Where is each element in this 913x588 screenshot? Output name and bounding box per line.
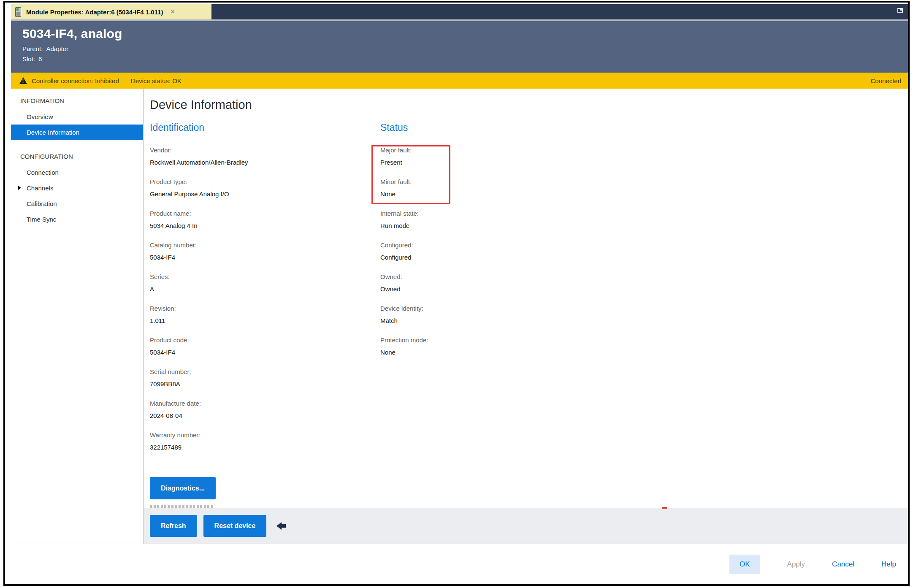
sidebar-nav: INFORMATION Overview Device Information … [11,89,143,544]
tab-title: Module Properties: Adapter:6 (5034-IF4 1… [26,8,163,16]
field-product-name: Product name: 5034 Analog 4 In [150,209,380,230]
identification-heading: Identification [150,122,380,133]
content-title: Device Information [150,98,908,112]
field-value: Present [380,158,908,167]
sidebar-item-device-information[interactable]: Device Information [11,125,143,140]
field-major-fault: Major fault: Present [380,146,908,167]
status-warning-bar: Controller connection: Inhibited Device … [11,73,908,89]
reset-device-button[interactable]: Reset device [203,515,267,537]
field-serial-number: Serial number: 7099BB8A [150,368,380,388]
field-value: Run mode [380,222,908,230]
field-value: 5034 Analog 4 In [150,222,380,230]
body: INFORMATION Overview Device Information … [11,89,908,544]
field-label: Product name: [150,209,380,218]
field-manufacture-date: Manufacture date: 2024-08-04 [150,399,380,420]
field-device-identity: Device identity: Match [380,304,908,325]
field-value: None [380,190,908,198]
slot-value: 6 [38,55,42,62]
field-label: Warranty number: [150,431,380,439]
tab-module-properties[interactable]: Module Properties: Adapter:6 (5034-IF4 1… [11,4,211,19]
arrow-head [276,522,282,530]
field-warranty-number: Warranty number: 322157489 [150,431,380,452]
field-label: Owned: [380,273,908,281]
module-header: 5034-IF4, analog Parent:Adapter Slot:6 [11,21,908,73]
sidebar-item-overview[interactable]: Overview [11,109,143,125]
apply-button[interactable]: Apply [787,560,805,569]
connected-status: Connected [870,77,901,84]
field-label: Manufacture date: [150,399,380,408]
field-series: Series: A [150,273,380,293]
action-bar: Refresh Reset device [144,508,908,544]
status-heading: Status [380,122,908,133]
field-value: Owned [380,285,908,293]
field-minor-fault: Minor fault: None [380,178,908,198]
field-label: Revision: [150,304,380,313]
field-value: 2024-08-04 [150,412,380,420]
field-label: Catalog number: [150,241,380,249]
field-value: None [380,348,908,357]
arrow-stem [282,524,286,528]
field-value: 5034-IF4 [150,348,380,357]
slot-row: Slot:6 [22,55,908,63]
field-label: Series: [150,273,380,281]
controller-connection-status: Controller connection: Inhibited [32,77,119,84]
field-value: A [150,285,380,293]
parent-label: Parent: [22,45,43,52]
field-vendor: Vendor: Rockwell Automation/Allen-Bradle… [150,146,380,167]
field-label: Minor fault: [380,178,908,186]
field-product-code: Product code: 5034-IF4 [150,336,380,357]
red-mark-artifact [662,507,667,509]
redacted-text-artifact [150,505,214,508]
field-value: 5034-IF4 [150,253,380,262]
field-label: Serial number: [150,368,380,376]
device-information-panel: Device Information Identification Vendor… [144,89,908,508]
field-label: Vendor: [150,146,380,154]
page-title: 5034-IF4, analog [22,27,908,41]
field-value: Rockwell Automation/Allen-Bradley [150,158,380,167]
field-label: Device identity: [380,304,908,313]
module-icon [15,7,21,17]
parent-value: Adapter [46,45,68,52]
field-value: 7099BB8A [150,380,380,388]
field-revision: Revision: 1.011 [150,304,380,325]
status-column: Status Major fault: Present Minor fault:… [380,122,908,508]
module-properties-window: Module Properties: Adapter:6 (5034-IF4 1… [3,1,910,586]
sidebar-item-channels-label: Channels [27,184,53,192]
dialog-footer: OK Apply Cancel Help [11,544,908,584]
help-button[interactable]: Help [881,560,896,569]
field-configured: Configured: Configured [380,241,908,262]
cancel-button[interactable]: Cancel [832,560,854,569]
field-label: Major fault: [380,146,908,154]
arrow-left-icon [276,522,286,530]
chevron-right-icon[interactable] [18,186,21,190]
sidebar-section-configuration: CONFIGURATION [11,149,143,165]
slot-label: Slot: [22,55,35,62]
field-value: 1.011 [150,317,380,325]
tab-strip: Module Properties: Adapter:6 (5034-IF4 1… [11,4,908,19]
ok-button[interactable]: OK [729,555,760,574]
sidebar-item-channels[interactable]: Channels [11,180,143,196]
field-value: General Purpose Analog I/O [150,190,380,198]
content-wrap: Device Information Identification Vendor… [144,89,908,544]
sidebar-gap [11,140,143,149]
sidebar-item-calibration[interactable]: Calibration [11,196,143,211]
close-icon[interactable]: × [171,8,175,15]
field-label: Product type: [150,178,380,186]
sidebar-section-information: INFORMATION [11,93,143,109]
sidebar-item-connection[interactable]: Connection [11,165,143,180]
field-internal-state: Internal state: Run mode [380,209,908,230]
field-value: 322157489 [150,443,380,452]
field-label: Protection mode: [380,336,908,344]
parent-row: Parent:Adapter [22,45,908,53]
sidebar-item-time-sync[interactable]: Time Sync [11,211,143,227]
field-owned: Owned: Owned [380,273,908,293]
field-catalog-number: Catalog number: 5034-IF4 [150,241,380,262]
field-protection-mode: Protection mode: None [380,336,908,357]
field-label: Product code: [150,336,380,344]
refresh-button[interactable]: Refresh [150,515,197,537]
module-status-led [16,8,19,11]
diagnostics-button[interactable]: Diagnostics... [150,477,216,499]
pin-window-icon[interactable] [897,8,903,13]
field-label: Configured: [380,241,908,249]
content-columns: Identification Vendor: Rockwell Automati… [150,122,908,508]
